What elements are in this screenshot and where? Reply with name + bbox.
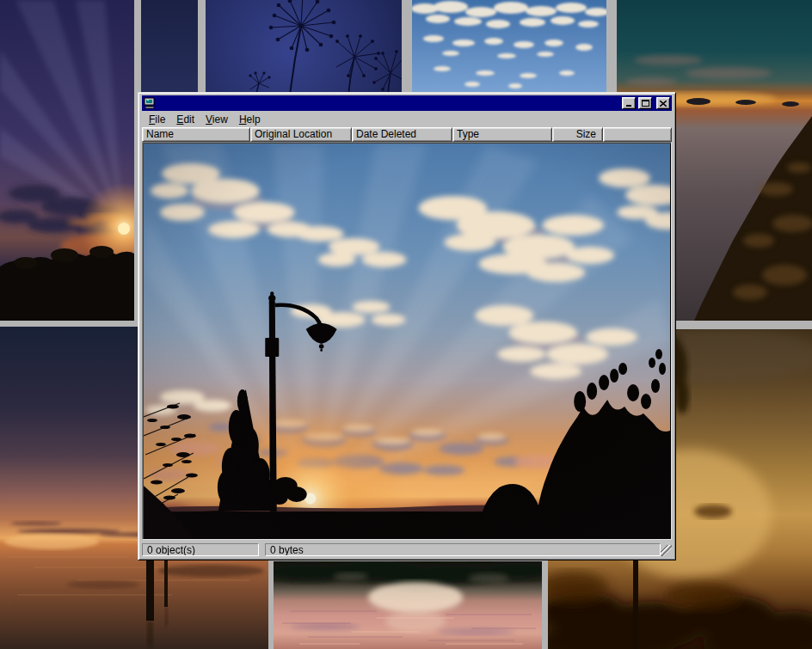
menu-bar: File Edit View Help	[142, 111, 672, 127]
background-photo-seed-heads	[206, 0, 402, 95]
column-header-blank[interactable]	[603, 127, 672, 142]
maximize-button[interactable]	[638, 97, 652, 109]
status-bar: 0 object(s) 0 bytes	[142, 540, 672, 556]
title-bar[interactable]	[142, 95, 672, 111]
background-photo-dark-sky	[141, 0, 198, 95]
close-icon	[660, 101, 667, 107]
maximize-icon	[642, 100, 649, 107]
column-header-date-deleted[interactable]: Date Deleted	[352, 127, 452, 142]
recycle-bin-window: File Edit View Help Name Original Locati…	[138, 92, 676, 560]
minimize-button[interactable]	[622, 97, 636, 109]
column-header-original-location[interactable]: Original Location	[250, 127, 352, 142]
background-photo-cloud-field	[412, 0, 606, 95]
close-button[interactable]	[656, 97, 670, 109]
column-header-type[interactable]: Type	[452, 127, 552, 142]
desktop: File Edit View Help Name Original Locati…	[0, 0, 812, 649]
status-bytes: 0 bytes	[265, 543, 661, 556]
menu-edit[interactable]: Edit	[171, 113, 200, 127]
resize-grip-icon[interactable]	[661, 545, 672, 556]
background-photo-water-reflection	[274, 561, 542, 649]
menu-view[interactable]: View	[200, 113, 234, 127]
column-headers: Name Original Location Date Deleted Type…	[142, 127, 672, 142]
status-objects: 0 object(s)	[142, 543, 259, 556]
minimize-icon	[626, 105, 631, 107]
menu-file[interactable]: File	[144, 113, 171, 127]
column-header-size[interactable]: Size	[552, 127, 603, 142]
street-lamp-sunset-photo	[144, 144, 670, 538]
menu-help[interactable]: Help	[234, 113, 267, 127]
background-photo-sunset-rays	[0, 0, 134, 321]
file-list-area[interactable]	[142, 142, 672, 540]
computer-icon[interactable]	[144, 97, 156, 109]
column-header-name[interactable]: Name	[142, 127, 250, 142]
